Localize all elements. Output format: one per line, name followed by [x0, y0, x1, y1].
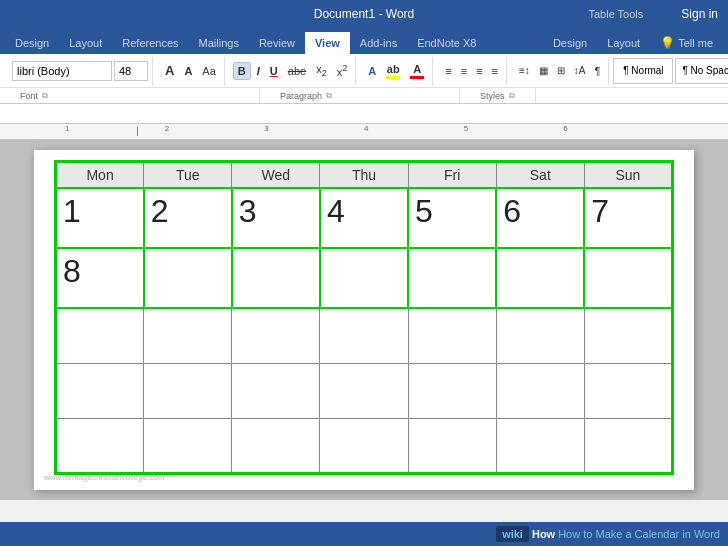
- calendar-row-3: [56, 308, 673, 363]
- align-right-btn[interactable]: ≡: [472, 63, 486, 79]
- style-no-spacing-label: ¶ No Spac...: [682, 65, 728, 76]
- bold-btn[interactable]: B: [233, 62, 251, 80]
- styles-expand-icon[interactable]: ⧉: [509, 91, 515, 101]
- decrease-font-btn[interactable]: A: [180, 63, 196, 79]
- ruler-mark-6: 6: [563, 124, 567, 133]
- font-expand-icon[interactable]: ⧉: [42, 91, 48, 101]
- cell-5-4[interactable]: [320, 418, 408, 473]
- cell-3-1[interactable]: [56, 308, 144, 363]
- cell-3-4[interactable]: [320, 308, 408, 363]
- tab-table-design[interactable]: Design: [543, 32, 597, 54]
- ribbon-toolbar: A A Aa B I U abe x2 x2 A ab: [0, 54, 728, 124]
- cell-4-5[interactable]: [408, 363, 496, 418]
- superscript-btn[interactable]: x2: [333, 61, 352, 80]
- ruler-mark-1: 1: [65, 124, 69, 133]
- cell-1-5[interactable]: 5: [408, 188, 496, 248]
- cell-5-2[interactable]: [144, 418, 232, 473]
- borders-btn[interactable]: ⊞: [553, 63, 569, 78]
- justify-btn[interactable]: ≡: [488, 63, 502, 79]
- style-normal-btn[interactable]: ¶ Normal: [613, 58, 673, 84]
- font-group: [8, 57, 153, 85]
- subscript-btn[interactable]: x2: [312, 61, 331, 80]
- cell-4-4[interactable]: [320, 363, 408, 418]
- cell-2-3[interactable]: [232, 248, 320, 308]
- bottom-bar: wiki How How to Make a Calendar in Word: [0, 522, 728, 546]
- cell-1-3[interactable]: 3: [232, 188, 320, 248]
- cell-4-2[interactable]: [144, 363, 232, 418]
- highlight-icon: ab: [386, 64, 400, 79]
- italic-btn[interactable]: I: [253, 63, 264, 79]
- how-label: How: [532, 528, 555, 540]
- cell-4-1[interactable]: [56, 363, 144, 418]
- tell-me[interactable]: 💡 Tell me: [650, 32, 723, 54]
- paragraph-tools-group: ≡↕ ▦ ⊞ ↕A ¶: [511, 57, 609, 85]
- tab-endnote[interactable]: EndNote X8: [407, 32, 486, 54]
- cell-4-6[interactable]: [496, 363, 584, 418]
- tab-mailings[interactable]: Mailings: [189, 32, 249, 54]
- cell-3-5[interactable]: [408, 308, 496, 363]
- lightbulb-icon: 💡: [660, 36, 675, 50]
- font-name-input[interactable]: [12, 61, 112, 81]
- cell-5-7[interactable]: [584, 418, 672, 473]
- cell-2-1[interactable]: 8: [56, 248, 144, 308]
- tab-layout[interactable]: Layout: [59, 32, 112, 54]
- sign-in-button[interactable]: Sign in: [681, 7, 718, 21]
- tab-addins[interactable]: Add-ins: [350, 32, 407, 54]
- pilcrow-btn[interactable]: ¶: [590, 63, 604, 79]
- font-size-input[interactable]: [114, 61, 148, 81]
- cell-2-6[interactable]: [496, 248, 584, 308]
- cell-4-7[interactable]: [584, 363, 672, 418]
- align-left-btn[interactable]: ≡: [441, 63, 455, 79]
- cell-1-7[interactable]: 7: [584, 188, 672, 248]
- cell-2-2[interactable]: [144, 248, 232, 308]
- change-case-btn[interactable]: Aa: [198, 63, 219, 79]
- line-spacing-btn[interactable]: ≡↕: [515, 63, 534, 78]
- calendar-table[interactable]: Mon Tue Wed Thu Fri Sat Sun 1 2 3 4 5 6: [54, 160, 674, 475]
- ruler-mark-4: 4: [364, 124, 368, 133]
- header-sun: Sun: [584, 162, 672, 189]
- ruler-tab-marker[interactable]: |: [136, 126, 138, 136]
- tab-table-layout[interactable]: Layout: [597, 32, 650, 54]
- cell-5-3[interactable]: [232, 418, 320, 473]
- highlight-btn[interactable]: ab: [382, 61, 404, 81]
- cell-3-3[interactable]: [232, 308, 320, 363]
- how-to-text: How to Make a Calendar in Word: [558, 528, 720, 540]
- style-no-spacing-btn[interactable]: ¶ No Spac...: [675, 58, 728, 84]
- cell-5-6[interactable]: [496, 418, 584, 473]
- ruler: 1 2 3 4 5 6 |: [0, 124, 728, 140]
- cell-2-4[interactable]: [320, 248, 408, 308]
- underline-label: U: [270, 65, 278, 77]
- tab-review[interactable]: Review: [249, 32, 305, 54]
- cell-3-6[interactable]: [496, 308, 584, 363]
- header-wed: Wed: [232, 162, 320, 189]
- cell-5-5[interactable]: [408, 418, 496, 473]
- text-effects-btn[interactable]: A: [364, 63, 380, 79]
- cell-1-2[interactable]: 2: [144, 188, 232, 248]
- increase-font-btn[interactable]: A: [161, 61, 178, 80]
- cell-1-4[interactable]: 4: [320, 188, 408, 248]
- cell-1-6[interactable]: 6: [496, 188, 584, 248]
- font-color-btn[interactable]: A: [406, 61, 428, 81]
- sort-btn[interactable]: ↕A: [570, 63, 590, 78]
- tell-me-text: Tell me: [678, 37, 713, 49]
- tab-references[interactable]: References: [112, 32, 188, 54]
- tab-view[interactable]: View: [305, 32, 350, 54]
- paragraph-expand-icon[interactable]: ⧉: [326, 91, 332, 101]
- cell-5-1[interactable]: [56, 418, 144, 473]
- cell-4-3[interactable]: [232, 363, 320, 418]
- cell-1-1[interactable]: 1: [56, 188, 144, 248]
- format-group: B I U abe x2 x2: [229, 57, 357, 85]
- document-page[interactable]: www.heritagechristiancollege.com Mon Tue…: [34, 150, 694, 490]
- cell-2-7[interactable]: [584, 248, 672, 308]
- cell-3-2[interactable]: [144, 308, 232, 363]
- cell-2-5[interactable]: [408, 248, 496, 308]
- ruler-mark-2: 2: [165, 124, 169, 133]
- cell-3-7[interactable]: [584, 308, 672, 363]
- styles-section-label: Styles ⧉: [460, 88, 536, 103]
- calendar-header-row: Mon Tue Wed Thu Fri Sat Sun: [56, 162, 673, 189]
- shading-btn[interactable]: ▦: [535, 63, 552, 78]
- align-center-btn[interactable]: ≡: [457, 63, 471, 79]
- underline-btn[interactable]: U: [266, 63, 282, 79]
- strikethrough-btn[interactable]: abe: [284, 63, 310, 79]
- tab-design[interactable]: Design: [5, 32, 59, 54]
